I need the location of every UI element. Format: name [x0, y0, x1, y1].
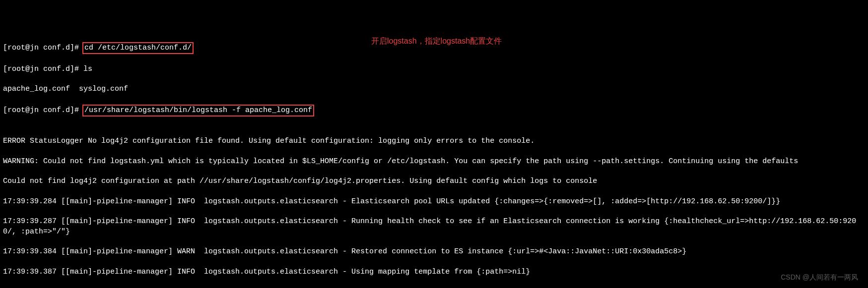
log-line-387: 17:39:39.387 [[main]-pipeline-manager] I…: [3, 267, 865, 277]
command-highlight-cd: cd /etc/logstash/conf.d/: [82, 42, 194, 54]
terminal-line: [root@jn conf.d]# /usr/share/logstash/bi…: [3, 105, 865, 116]
ls-output: apache_log.conf syslog.conf: [3, 84, 865, 94]
log-line-error: ERROR StatusLogger No log4j2 configurati…: [3, 136, 865, 146]
annotation-text: 开启logstash，指定logstash配置文件: [371, 36, 502, 47]
terminal-line: [root@jn conf.d]# ls: [3, 64, 865, 74]
shell-prompt: [root@jn conf.d]#: [3, 106, 83, 115]
log-line-287: 17:39:39.287 [[main]-pipeline-manager] I…: [3, 217, 865, 237]
log-line-warning: WARNING: Could not find logstash.yml whi…: [3, 157, 865, 167]
shell-prompt: [root@jn conf.d]#: [3, 44, 83, 52]
command-ls: ls: [83, 65, 92, 73]
command-highlight-logstash: /usr/share/logstash/bin/logstash -f apac…: [82, 105, 314, 116]
log-line-384: 17:39:39.384 [[main]-pipeline-manager] W…: [3, 247, 865, 257]
log-line-log4j2: Could not find log4j2 configuration at p…: [3, 176, 865, 186]
shell-prompt: [root@jn conf.d]#: [3, 65, 83, 73]
log-line-284: 17:39:39.284 [[main]-pipeline-manager] I…: [3, 197, 865, 207]
